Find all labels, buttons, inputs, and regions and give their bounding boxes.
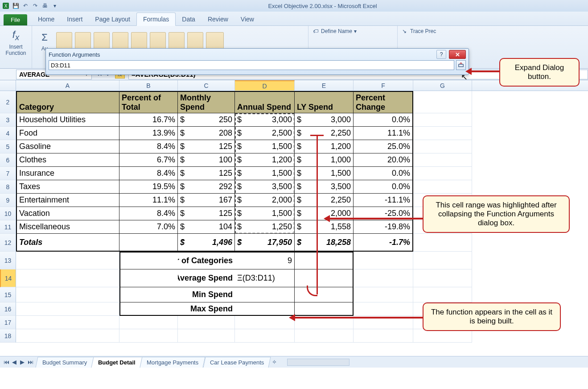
cell-A10[interactable]: Vacation [16,207,119,220]
cell-G7[interactable] [413,167,472,180]
cell-G8[interactable] [413,180,472,194]
sheet-nav-first-icon[interactable]: ⏮ [3,359,10,366]
cell-D5[interactable]: $1,500 [235,140,295,153]
row-header-16[interactable]: 16 [0,302,16,316]
name-manager-button[interactable] [206,32,224,50]
cell-C9[interactable]: $167 [178,194,235,207]
cell-C14[interactable]: Average Spend [178,269,235,287]
cell-F18[interactable] [354,329,413,343]
cell-E16[interactable] [295,302,354,316]
cell-G3[interactable] [413,113,472,127]
cell-E8[interactable]: $3,500 [295,180,354,194]
cell-B18[interactable] [119,329,178,343]
select-all-corner[interactable] [0,80,16,91]
cell-D4[interactable]: $2,500 [235,127,295,140]
sheet-nav-next-icon[interactable]: ▶ [19,359,26,366]
row-header-10[interactable]: 10 [0,207,16,220]
cell-C13[interactable]: Number of Categories [178,252,235,269]
cell-G6[interactable] [413,153,472,167]
cell-E12[interactable]: $18,258 [295,234,354,252]
cell-F6[interactable]: 20.0% [354,153,413,167]
cell-C6[interactable]: $100 [178,153,235,167]
cell-A2[interactable]: Category [16,91,119,113]
tab-formulas[interactable]: Formulas [136,12,176,26]
col-header-e[interactable]: E [295,80,354,91]
cell-C8[interactable]: $292 [178,180,235,194]
cell-E4[interactable]: $2,250 [295,127,354,140]
financial-button[interactable] [75,32,91,50]
save-icon[interactable]: 💾 [12,2,20,10]
cell-B5[interactable]: 8.4% [119,140,178,153]
cell-A5[interactable]: Gasoline [16,140,119,153]
col-header-c[interactable]: C [178,80,235,91]
cell-G15[interactable] [413,287,472,302]
function-arguments-dialog[interactable]: Function Arguments ? ✕ D3:D11 [45,48,469,75]
cell-F11[interactable]: -19.8% [354,220,413,234]
cell-E3[interactable]: $3,000 [295,113,354,127]
cell-B17[interactable] [119,316,178,329]
row-header-4[interactable]: 4 [0,127,16,140]
cell-E9[interactable]: $2,250 [295,194,354,207]
row-header-11[interactable]: 11 [0,220,16,234]
col-header-f[interactable]: F [354,80,413,91]
cell-E18[interactable] [295,329,354,343]
cell-F4[interactable]: 11.1% [354,127,413,140]
cell-G14[interactable] [413,269,472,287]
cell-A13[interactable] [16,252,119,269]
cell-C5[interactable]: $125 [178,140,235,153]
cell-D16[interactable] [235,302,295,316]
cell-C2[interactable]: Monthly Spend [178,91,235,113]
qat-dropdown-icon[interactable]: ▾ [51,2,59,10]
cell-B14[interactable] [119,269,178,287]
cell-C4[interactable]: $208 [178,127,235,140]
cell-C3[interactable]: $250 [178,113,235,127]
cell-F16[interactable] [354,302,413,316]
row-header-9[interactable]: 9 [0,194,16,207]
cell-E5[interactable]: $1,200 [295,140,354,153]
cell-E11[interactable]: $1,558 [295,220,354,234]
row-header-15[interactable]: 15 [0,287,16,302]
tab-insert[interactable]: Insert [61,13,89,25]
cell-C11[interactable]: $104 [178,220,235,234]
cell-C7[interactable]: $125 [178,167,235,180]
row-header-6[interactable]: 6 [0,153,16,167]
sheet-tab-detail[interactable]: Budget Detail [91,357,143,368]
cell-B7[interactable]: 8.4% [119,167,178,180]
cell-A8[interactable]: Taxes [16,180,119,194]
cell-D15[interactable] [235,287,295,302]
cell-G12[interactable] [413,234,472,252]
insert-function-button[interactable]: fx Insert Function [3,28,29,57]
cell-G2[interactable] [413,91,472,113]
cell-A6[interactable]: Clothes [16,153,119,167]
cell-D3[interactable]: $3,000 [235,113,295,127]
cell-F14[interactable] [354,269,413,287]
cell-B6[interactable]: 6.7% [119,153,178,167]
dialog-range-input[interactable]: D3:D11 [49,60,454,70]
tab-home[interactable]: Home [32,13,61,25]
define-name-button[interactable]: 🏷Define Name ▾ [312,28,358,35]
cell-A11[interactable]: Miscellaneous [16,220,119,234]
col-header-b[interactable]: B [119,80,178,91]
row-header-8[interactable]: 8 [0,180,16,194]
cell-G13[interactable] [413,252,472,269]
cell-D11[interactable]: $1,250 [235,220,295,234]
trace-precedents-button[interactable]: ↘Trace Prec [401,28,437,35]
row-header-13[interactable]: 13 [0,252,16,269]
print-icon[interactable]: 🖶 [41,2,49,10]
cell-E15[interactable] [295,287,354,302]
dialog-help-button[interactable]: ? [436,50,446,59]
new-sheet-icon[interactable]: ✧ [271,359,278,366]
cell-D12[interactable]: $17,950 [235,234,295,252]
col-header-d[interactable]: D [235,80,295,91]
cell-A15[interactable] [16,287,119,302]
cell-D8[interactable]: $3,500 [235,180,295,194]
cell-B13[interactable] [119,252,178,269]
cell-C10[interactable]: $125 [178,207,235,220]
cell-A7[interactable]: Insurance [16,167,119,180]
text-button[interactable] [112,32,128,50]
cell-G4[interactable] [413,127,472,140]
cell-A12[interactable]: Totals [16,234,119,252]
tab-page-layout[interactable]: Page Layout [89,13,136,25]
row-header-17[interactable]: 17 [0,316,16,329]
cell-A9[interactable]: Entertainment [16,194,119,207]
